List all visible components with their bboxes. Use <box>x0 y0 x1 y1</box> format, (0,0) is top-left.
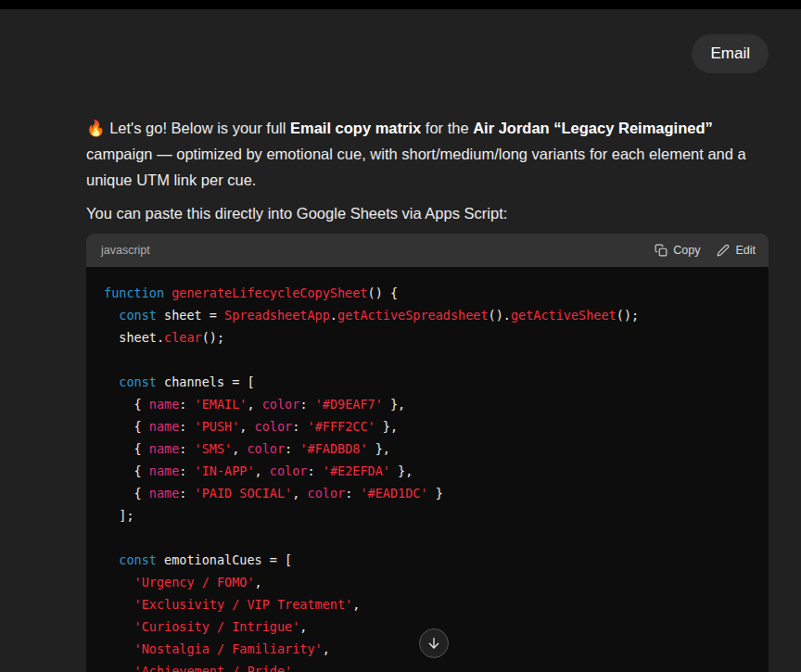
assistant-paragraph-1: 🔥 Let's go! Below is your full Email cop… <box>86 115 769 193</box>
code-line: { name: 'EMAIL', color: '#D9EAF7' }, <box>104 393 754 415</box>
edit-code-button[interactable]: Edit <box>717 244 756 257</box>
code-language-label: javascript <box>101 237 150 263</box>
arrow-down-icon <box>426 636 441 651</box>
code-line: 'Exclusivity / VIP Treatment', <box>104 593 754 615</box>
user-message-bubble: Email <box>692 34 769 73</box>
code-line <box>104 526 754 549</box>
code-line: const sheet = SpreadsheetApp.getActiveSp… <box>104 304 754 326</box>
assistant-paragraph-2: You can paste this directly into Google … <box>86 200 769 226</box>
code-line: 'Achievement / Pride', <box>104 660 754 672</box>
user-message-row: Email <box>86 34 769 73</box>
code-line <box>104 349 754 371</box>
code-actions: Copy Edit <box>655 244 756 257</box>
window-top-edge <box>0 0 801 9</box>
code-line: const emotionalCues = [ <box>104 549 754 571</box>
code-line: sheet.clear(); <box>104 326 754 349</box>
code-line: ]; <box>104 504 754 526</box>
assistant-message: 🔥 Let's go! Below is your full Email cop… <box>86 115 769 672</box>
code-line: function generateLifecycleCopySheet() { <box>104 282 754 304</box>
code-line: { name: 'SMS', color: '#FADBD8' }, <box>104 437 754 460</box>
code-line: { name: 'PUSH', color: '#FFF2CC' }, <box>104 415 754 437</box>
copy-icon <box>655 244 668 257</box>
code-line: { name: 'PAID SOCIAL', color: '#EAD1DC' … <box>104 482 754 504</box>
scroll-to-bottom-button[interactable] <box>419 628 449 658</box>
code-content: function generateLifecycleCopySheet() { … <box>86 267 769 672</box>
user-message-text: Email <box>710 44 750 62</box>
code-line: { name: 'IN-APP', color: '#E2EFDA' }, <box>104 460 754 482</box>
copy-code-button[interactable]: Copy <box>655 244 700 257</box>
code-block: javascript Copy Edit <box>86 234 769 672</box>
copy-button-label: Copy <box>673 244 700 257</box>
code-line: 'Urgency / FOMO', <box>104 571 754 593</box>
edit-button-label: Edit <box>735 244 756 257</box>
chat-area: Email 🔥 Let's go! Below is your full Ema… <box>0 34 801 672</box>
edit-icon <box>717 244 730 257</box>
code-line: const channels = [ <box>104 371 754 393</box>
code-block-header: javascript Copy Edit <box>86 234 769 267</box>
